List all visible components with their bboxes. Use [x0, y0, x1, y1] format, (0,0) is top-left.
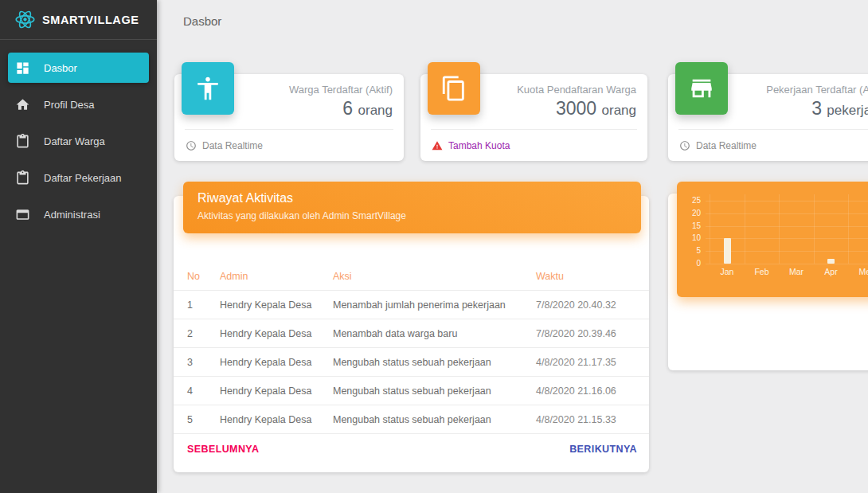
atom-logo-icon	[14, 9, 36, 30]
sidebar-item-label: Daftar Warga	[44, 135, 105, 147]
stat-icon-box	[182, 62, 234, 115]
cell-aksi: Mengubah status sebuah pekerjaan	[333, 385, 532, 397]
column-header-no: No	[187, 271, 213, 282]
panel-icon	[15, 207, 30, 222]
bar-chart-plot: 0510152025JanFebMarAprMei	[677, 182, 868, 297]
stat-value: 6 orang	[342, 98, 393, 119]
chart-y-tick-label: 5	[680, 246, 701, 255]
cell-aksi: Menambah jumlah penerima pekerjaan	[333, 299, 532, 311]
sidebar-item-daftar-pekerjaan[interactable]: Daftar Pekerjaan	[8, 162, 149, 193]
sidebar-item-administrasi[interactable]: Administrasi	[8, 199, 149, 229]
cell-admin: Hendry Kepala Desa	[220, 357, 331, 368]
stat-value: 3 pekerjaan	[811, 98, 868, 119]
pagination: SEBELUMNYA BERIKUTNYA	[174, 440, 649, 463]
column-header-aksi: Aksi	[333, 271, 532, 282]
stat-card-kuota: Kuota Pendaftaran Warga 3000 orang Tamba…	[420, 74, 647, 161]
stat-footer-label: Data Realtime	[202, 140, 263, 151]
chart-vgridline	[779, 194, 780, 264]
brand-name: SMARTVILLAGE	[42, 14, 139, 26]
sidebar-item-dasbor[interactable]: Dasbor	[8, 53, 149, 83]
clock-icon	[679, 140, 690, 151]
divider	[431, 129, 637, 130]
chart-vgridline	[745, 194, 745, 264]
app-logo: SMARTVILLAGE	[0, 0, 157, 40]
accessibility-person-icon	[194, 75, 221, 102]
cell-waktu: 4/8/2020 21.16.06	[536, 385, 643, 397]
stat-label: Warga Terdaftar (Aktif)	[289, 84, 393, 96]
cell-aksi: Mengubah status sebuah pekerjaan	[333, 414, 532, 425]
bar-chart-panel: 0510152025JanFebMarAprMei	[677, 182, 868, 297]
chart-x-label: Feb	[746, 267, 778, 276]
chart-hgridline	[706, 226, 868, 227]
sidebar-item-label: Daftar Pekerjaan	[44, 172, 122, 184]
clipboard-icon	[15, 134, 30, 149]
cell-no: 4	[187, 385, 213, 397]
page-title: Dasbor	[183, 14, 221, 28]
chart-bar-jan	[724, 238, 731, 264]
stat-footer-label: Data Realtime	[696, 140, 757, 151]
stat-value: 3000 orang	[556, 98, 636, 119]
table-row: 5 Hendry Kepala Desa Mengubah status seb…	[174, 405, 649, 434]
chart-vgridline	[848, 194, 849, 264]
cell-no: 1	[187, 299, 213, 311]
stat-icon-box	[675, 62, 728, 115]
cell-no: 3	[187, 357, 213, 368]
clock-icon	[186, 140, 197, 151]
stat-footer: Data Realtime	[186, 135, 263, 156]
table-row: 3 Hendry Kepala Desa Mengubah status seb…	[174, 348, 649, 377]
cell-waktu: 4/8/2020 21.15.33	[536, 414, 643, 425]
chart-hgridline	[706, 264, 868, 264]
stat-label: Kuota Pendaftaran Warga	[517, 84, 636, 96]
sidebar-nav: Dasbor Profil Desa Daftar Warga Daftar P…	[0, 53, 157, 236]
cell-no: 5	[187, 414, 213, 425]
sidebar-item-profil-desa[interactable]: Profil Desa	[8, 89, 149, 119]
cell-admin: Hendry Kepala Desa	[220, 385, 331, 397]
stat-card-pekerjaan: Pekerjaan Terdaftar (Aktif) 3 pekerjaan …	[668, 74, 868, 161]
next-page-button[interactable]: BERIKUTNYA	[569, 444, 637, 455]
activity-table: No Admin Aksi Waktu 1 Hendry Kepala Desa…	[174, 262, 649, 434]
table-row: 4 Hendry Kepala Desa Mengubah status seb…	[174, 377, 649, 405]
chart-y-tick-label: 10	[680, 233, 701, 242]
cell-no: 2	[187, 328, 213, 339]
copy-icon	[440, 75, 467, 102]
sidebar-item-label: Profil Desa	[44, 99, 95, 111]
column-header-admin: Admin	[220, 271, 331, 282]
warning-icon	[432, 140, 443, 151]
sidebar: SMARTVILLAGE Dasbor Profil Desa Daftar W…	[0, 0, 157, 493]
divider	[185, 129, 393, 130]
chart-y-tick-label: 0	[680, 259, 701, 268]
clipboard-icon	[15, 170, 30, 186]
chart-hgridline	[706, 201, 868, 202]
stat-footer-label: Tambah Kuota	[448, 140, 510, 151]
cell-waktu: 4/8/2020 21.17.35	[536, 357, 643, 368]
table-row: 2 Hendry Kepala Desa Menambah data warga…	[174, 319, 649, 348]
chart-y-tick-label: 25	[680, 196, 701, 205]
cell-waktu: 7/8/2020 20.39.46	[536, 328, 643, 339]
chart-y-tick-label: 15	[680, 221, 701, 230]
sidebar-item-label: Dasbor	[44, 62, 77, 74]
sidebar-item-label: Administrasi	[44, 209, 100, 221]
chart-x-label: Apr	[815, 267, 847, 276]
activity-header: Riwayat Aktivitas Aktivitas yang dilakuk…	[183, 182, 641, 233]
home-icon	[15, 97, 30, 112]
sidebar-item-daftar-warga[interactable]: Daftar Warga	[8, 126, 149, 156]
dashboard-icon	[15, 61, 30, 76]
activity-card: No Admin Aksi Waktu 1 Hendry Kepala Desa…	[174, 196, 649, 472]
chart-vgridline	[814, 194, 815, 264]
chart-y-tick-label: 20	[680, 209, 701, 217]
cell-aksi: Mengubah status sebuah pekerjaan	[333, 357, 532, 368]
table-header-row: No Admin Aksi Waktu	[174, 262, 649, 291]
tambah-kuota-link[interactable]: Tambah Kuota	[432, 135, 510, 156]
stat-label: Pekerjaan Terdaftar (Aktif)	[766, 84, 868, 96]
column-header-waktu: Waktu	[536, 271, 643, 282]
previous-page-button[interactable]: SEBELUMNYA	[187, 444, 259, 455]
cell-admin: Hendry Kepala Desa	[220, 299, 331, 311]
chart-x-label: Mei	[850, 267, 868, 276]
cell-admin: Hendry Kepala Desa	[220, 414, 331, 425]
store-icon	[688, 75, 715, 102]
stat-icon-box	[428, 62, 480, 115]
chart-hgridline	[706, 213, 868, 214]
cell-aksi: Menambah data warga baru	[333, 328, 532, 339]
stat-card-warga: Warga Terdaftar (Aktif) 6 orang Data Rea…	[174, 74, 404, 161]
chart-x-label: Mar	[780, 267, 812, 276]
